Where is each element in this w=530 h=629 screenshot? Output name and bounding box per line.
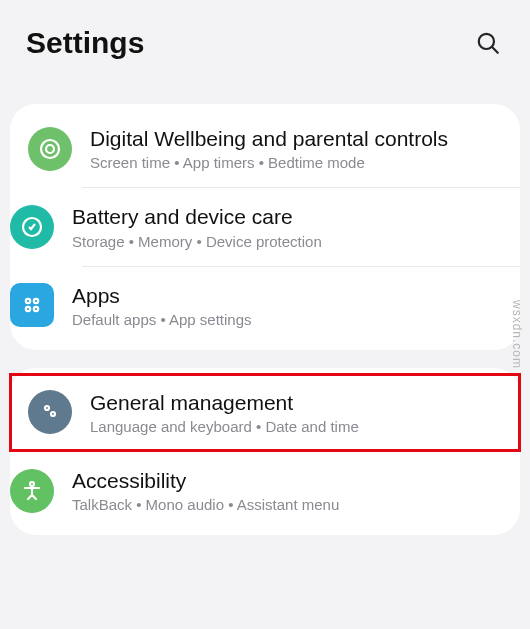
battery-care-icon [10,205,54,249]
svg-point-8 [34,307,38,311]
settings-item-title: General management [90,390,502,416]
settings-item-texts: AccessibilityTalkBack • Mono audio • Ass… [72,468,502,513]
settings-list: Digital Wellbeing and parental controlsS… [0,104,530,535]
settings-item-subtitle: Default apps • App settings [72,311,502,328]
settings-item-texts: Digital Wellbeing and parental controlsS… [90,126,502,171]
settings-item-subtitle: TalkBack • Mono audio • Assistant menu [72,496,502,513]
header: Settings [0,0,530,86]
settings-item-subtitle: Screen time • App timers • Bedtime mode [90,154,502,171]
settings-item-title: Battery and device care [72,204,502,230]
sliders-icon [28,390,72,434]
svg-point-5 [26,299,30,303]
svg-point-12 [51,412,55,416]
settings-item-accessibility[interactable]: AccessibilityTalkBack • Mono audio • Ass… [82,451,520,529]
settings-group: General managementLanguage and keyboard … [10,368,520,536]
settings-item-general-management[interactable]: General managementLanguage and keyboard … [10,374,520,451]
search-button[interactable] [472,27,504,59]
settings-item-texts: General managementLanguage and keyboard … [90,390,502,435]
svg-point-2 [41,140,59,158]
wellbeing-icon [28,127,72,171]
accessibility-icon [10,469,54,513]
settings-item-title: Apps [72,283,502,309]
settings-item-subtitle: Language and keyboard • Date and time [90,418,502,435]
search-icon [475,30,501,56]
watermark: wsxdn.com [510,300,524,369]
settings-item-digital-wellbeing[interactable]: Digital Wellbeing and parental controlsS… [10,110,520,187]
svg-point-6 [34,299,38,303]
settings-group: Digital Wellbeing and parental controlsS… [10,104,520,350]
svg-line-1 [492,47,497,52]
settings-item-texts: AppsDefault apps • App settings [72,283,502,328]
page-title: Settings [26,26,144,60]
svg-point-10 [45,406,49,410]
svg-point-7 [26,307,30,311]
settings-item-title: Digital Wellbeing and parental controls [90,126,502,152]
settings-item-title: Accessibility [72,468,502,494]
settings-item-subtitle: Storage • Memory • Device protection [72,233,502,250]
svg-point-3 [46,145,54,153]
settings-item-battery-device-care[interactable]: Battery and device careStorage • Memory … [82,187,520,265]
settings-item-apps[interactable]: AppsDefault apps • App settings [82,266,520,344]
settings-item-texts: Battery and device careStorage • Memory … [72,204,502,249]
svg-point-13 [30,482,34,486]
apps-icon [10,283,54,327]
